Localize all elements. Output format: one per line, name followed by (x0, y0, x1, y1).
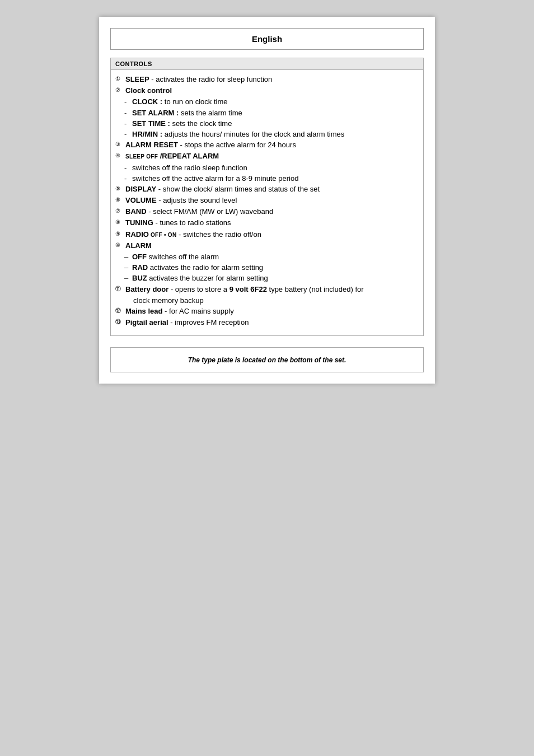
sub-bold: BUZ (132, 274, 147, 282)
sub-dash: - (124, 174, 132, 184)
list-item: ⑨ RADIO OFF • ON - switches the radio of… (115, 230, 419, 240)
item-content: DISPLAY - show the clock/ alarm times an… (125, 184, 419, 194)
list-item: ④ SLEEP OFF /REPEAT ALARM (115, 151, 419, 161)
item-content: RADIO OFF • ON - switches the radio off/… (125, 230, 419, 240)
item-label-small-caps: OFF • ON (149, 232, 177, 238)
indent-item: clock memory backup (115, 296, 419, 306)
item-label-bold: SLEEP (125, 75, 149, 83)
sub-bold: SET ALARM : (132, 109, 179, 117)
item-label-rest2: type battery (not included) for (267, 285, 364, 293)
sub-dash: - (124, 108, 132, 118)
note-box: The type plate is located on the bottom … (110, 347, 424, 372)
item-number: ① (115, 74, 125, 85)
page-title: English (116, 34, 418, 44)
title-section: English (110, 28, 424, 50)
sub-bold: OFF (132, 253, 147, 261)
item-label-small-caps: SLEEP OFF (125, 153, 158, 160)
sub-dash: – (124, 252, 132, 262)
page: English CONTROLS ① SLEEP - activates the… (99, 17, 435, 384)
sub-bold: HR/MIN : (132, 130, 162, 138)
sub-item: - SET TIME : sets the clock time (115, 119, 419, 129)
list-item: ⑪ Battery door - opens to store a 9 volt… (115, 284, 419, 295)
sub-item: - HR/MIN : adjusts the hours/ minutes fo… (115, 129, 419, 139)
list-item: ⑧ TUNING - tunes to radio stations (115, 218, 419, 228)
item-label-bold: VOLUME (125, 196, 157, 204)
item-label-bold: RADIO (125, 230, 149, 239)
item-label-rest: - opens to store a (171, 285, 229, 293)
item-number: ⑩ (115, 241, 125, 251)
item-number: ⑥ (115, 195, 125, 206)
item-content: BAND - select FM/AM (MW or LW) waveband (125, 207, 419, 217)
item-number: ⑫ (115, 306, 125, 316)
item-label-rest: - show the clock/ alarm times and status… (158, 185, 320, 193)
item-content: Battery door - opens to store a 9 volt 6… (125, 284, 419, 295)
item-content: SLEEP - activates the radio for sleep fu… (125, 74, 419, 85)
sub-item: - CLOCK : to run on clock time (115, 97, 419, 107)
item-label-rest: - stops the active alarm for 24 hours (180, 141, 296, 149)
sub-dash: – (124, 273, 132, 283)
sub-content: BUZ activates the buzzer for alarm setti… (132, 273, 419, 283)
list-item: ① SLEEP - activates the radio for sleep … (115, 74, 419, 85)
sub-item: – OFF switches off the alarm (115, 252, 419, 262)
item-number: ⑬ (115, 318, 125, 328)
item-number: ⑨ (115, 230, 125, 240)
sub-bold: RAD (132, 263, 148, 272)
item-label-bold: ALARM RESET (125, 141, 178, 149)
item-content: Pigtail aerial - improves FM reception (125, 318, 419, 328)
item-number: ⑧ (115, 218, 125, 228)
sub-item: – RAD activates the radio for alarm sett… (115, 263, 419, 273)
list-item: ② Clock control (115, 86, 419, 96)
item-label-rest: - activates the radio for sleep function (151, 75, 272, 83)
sub-content: CLOCK : to run on clock time (132, 97, 419, 107)
sub-content: switches off the radio sleep function (132, 163, 419, 173)
note-text: The type plate is located on the bottom … (188, 356, 346, 364)
sub-content: RAD activates the radio for alarm settin… (132, 263, 419, 273)
item-content: VOLUME - adjusts the sound level (125, 195, 419, 206)
item-number: ④ (115, 151, 125, 161)
sub-item: - SET ALARM : sets the alarm time (115, 108, 419, 118)
list-item: ③ ALARM RESET - stops the active alarm f… (115, 140, 419, 150)
sub-dash: - (124, 119, 132, 129)
item-label-bold: Battery door (125, 285, 168, 293)
item-label-bold: TUNING (125, 218, 153, 227)
list-item: ⑫ Mains lead - for AC mains supply (115, 306, 419, 316)
item-number: ② (115, 86, 125, 96)
sub-item: - switches off the radio sleep function (115, 163, 419, 173)
controls-header: CONTROLS (111, 58, 423, 70)
sub-content: SET ALARM : sets the alarm time (132, 108, 419, 118)
item-label-bold: Mains lead (125, 307, 162, 315)
list-item: ⑦ BAND - select FM/AM (MW or LW) waveban… (115, 207, 419, 217)
sub-item: - switches off the active alarm for a 8-… (115, 174, 419, 184)
item-label-bold2: /REPEAT ALARM (158, 152, 219, 160)
item-label-bold: BAND (125, 207, 147, 216)
item-content: ALARM RESET - stops the active alarm for… (125, 140, 419, 150)
item-content: TUNING - tunes to radio stations (125, 218, 419, 228)
item-label-rest: - switches the radio off/on (179, 230, 261, 239)
item-number: ⑤ (115, 184, 125, 194)
item-label-rest: - tunes to radio stations (155, 218, 231, 227)
item-label-rest: - improves FM reception (170, 318, 249, 326)
item-content: ALARM (125, 241, 419, 251)
item-label-bold: Clock control (125, 86, 172, 95)
item-label-bold: DISPLAY (125, 185, 156, 193)
item-label-rest: - adjusts the sound level (158, 196, 237, 204)
sub-content: switches off the active alarm for a 8-9 … (132, 174, 419, 184)
sub-bold: SET TIME : (132, 119, 170, 128)
item-label-bold: Pigtail aerial (125, 318, 168, 326)
sub-content: HR/MIN : adjusts the hours/ minutes for … (132, 129, 419, 139)
item-content: Mains lead - for AC mains supply (125, 306, 419, 316)
item-label-bold: ALARM (125, 241, 152, 250)
item-number: ③ (115, 140, 125, 150)
item-content: SLEEP OFF /REPEAT ALARM (125, 151, 419, 161)
list-item: ⑥ VOLUME - adjusts the sound level (115, 195, 419, 206)
item-label-rest: - select FM/AM (MW or LW) waveband (148, 207, 273, 216)
list-item: ⑬ Pigtail aerial - improves FM reception (115, 318, 419, 328)
sub-dash: - (124, 97, 132, 107)
list-item: ⑩ ALARM (115, 241, 419, 251)
controls-content: ① SLEEP - activates the radio for sleep … (111, 70, 423, 335)
sub-content: SET TIME : sets the clock time (132, 119, 419, 129)
sub-dash: – (124, 263, 132, 273)
sub-bold: CLOCK : (132, 97, 162, 106)
item-label-rest: - for AC mains supply (165, 307, 234, 315)
controls-section: CONTROLS ① SLEEP - activates the radio f… (110, 58, 424, 336)
